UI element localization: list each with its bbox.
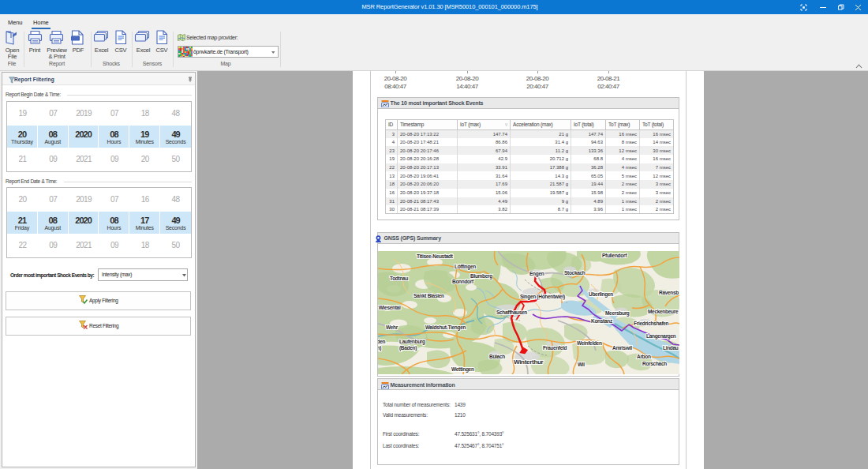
svg-text:Titisee-Neustadt: Titisee-Neustadt	[417, 253, 454, 259]
svg-text:Winterthur: Winterthur	[514, 358, 544, 366]
svg-text:PDF: PDF	[72, 36, 79, 40]
svg-text:Schaffhausen: Schaffhausen	[496, 310, 527, 315]
svg-text:Waldshut-Tiengen: Waldshut-Tiengen	[425, 325, 466, 331]
svg-text:Überlingen: Überlingen	[589, 291, 613, 298]
svg-text:Lindau: Lindau	[663, 345, 679, 351]
svg-text:Friedrichshafen: Friedrichshafen	[634, 321, 669, 326]
svg-text:Ravensb: Ravensb	[659, 290, 679, 295]
svg-text:Wehr: Wehr	[386, 325, 398, 330]
svg-text:Stockach: Stockach	[564, 270, 586, 276]
svg-text:Blumberg: Blumberg	[470, 273, 492, 280]
svg-text:Pfullendorf: Pfullendorf	[602, 253, 627, 258]
svg-text:Konstanz: Konstanz	[591, 318, 613, 324]
svg-text:Arbon: Arbon	[637, 354, 651, 359]
svg-text:Wettingen: Wettingen	[451, 366, 474, 373]
svg-text:Engen: Engen	[529, 271, 544, 277]
svg-text:lden: lden	[378, 339, 385, 344]
svg-text:Meersburg: Meersburg	[605, 310, 630, 317]
svg-text:Sankt Blasien: Sankt Blasien	[413, 293, 444, 298]
svg-text:Langenargen: Langenargen	[646, 333, 676, 340]
svg-text:Frauenfeld: Frauenfeld	[543, 345, 567, 351]
svg-text:Weinfelden: Weinfelden	[577, 340, 602, 346]
svg-text:Bonndorf: Bonndorf	[452, 279, 474, 284]
svg-text:Bülach: Bülach	[489, 354, 505, 359]
svg-text:Wil: Wil	[578, 362, 585, 367]
svg-text:in): in)	[378, 345, 381, 351]
svg-text:s Wiesental: s Wiesental	[378, 305, 401, 310]
svg-text:Meckenbeure: Meckenbeure	[648, 309, 679, 314]
svg-text:Amriswil: Amriswil	[612, 345, 632, 351]
svg-text:Rorschach: Rorschach	[642, 361, 667, 366]
svg-text:Todtnau: Todtnau	[390, 276, 408, 281]
svg-text:Singen (Hohentwiel): Singen (Hohentwiel)	[520, 294, 565, 300]
svg-text:(Baden): (Baden)	[399, 345, 417, 351]
svg-text:Löffingen: Löffingen	[455, 264, 476, 270]
